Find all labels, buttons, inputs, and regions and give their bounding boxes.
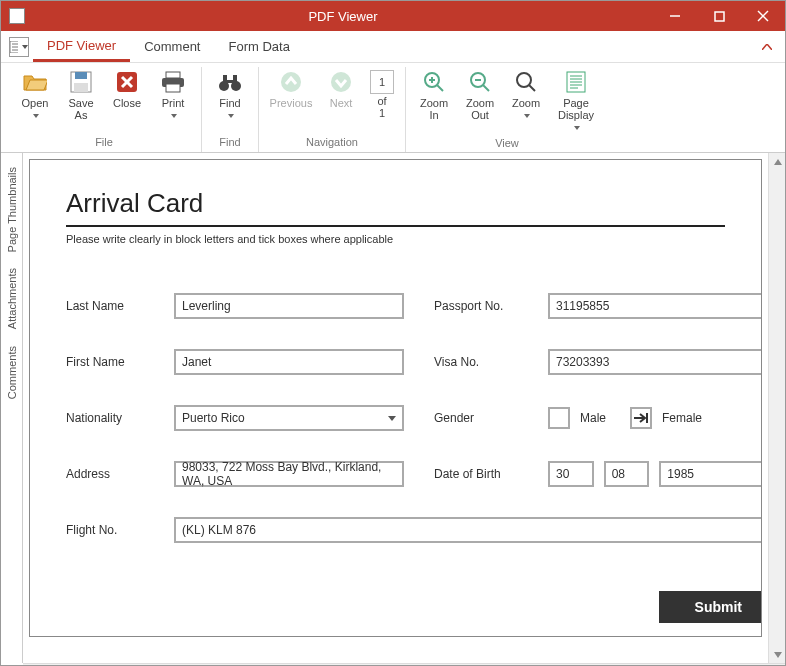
svg-rect-9 [75, 72, 87, 79]
input-passport[interactable]: 31195855 [548, 293, 762, 319]
label-firstname: First Name [66, 355, 144, 369]
save-as-button[interactable]: Save As [59, 67, 103, 134]
zoom-in-icon [421, 69, 447, 95]
scroll-down-button[interactable] [769, 646, 786, 663]
tab-form-data[interactable]: Form Data [214, 33, 303, 60]
label-gender: Gender [434, 411, 518, 425]
label-visa: Visa No. [434, 355, 518, 369]
document-viewport: Arrival Card Please write clearly in blo… [23, 153, 768, 663]
find-button[interactable]: Find [208, 67, 252, 134]
page-indicator[interactable]: 1 of 1 [365, 67, 399, 134]
ribbon-group-find: Find Find [202, 67, 259, 152]
svg-rect-21 [227, 80, 233, 83]
form-grid: Last Name Leverling Passport No. 3119585… [66, 293, 725, 623]
svg-rect-19 [223, 75, 227, 82]
menubar: PDF Viewer Comment Form Data [1, 31, 785, 63]
ribbon-group-view: Zoom In Zoom Out Zoom Page Display View [406, 67, 608, 152]
tab-pdf-viewer[interactable]: PDF Viewer [33, 32, 130, 62]
label-nationality: Nationality [66, 411, 144, 425]
ribbon-group-navigation: Previous Next 1 of 1 Navigation [259, 67, 406, 152]
page-of-label: of 1 [377, 95, 386, 119]
ribbon-group-label-nav: Navigation [265, 134, 399, 152]
submit-row: Submit [66, 591, 762, 623]
pointer-icon [633, 412, 649, 424]
vertical-scrollbar[interactable] [768, 153, 785, 663]
label-female: Female [662, 411, 702, 425]
side-tab-attachments[interactable]: Attachments [6, 268, 18, 329]
input-dob-year[interactable]: 1985 [659, 461, 762, 487]
input-visa[interactable]: 73203393 [548, 349, 762, 375]
window-title: PDF Viewer [33, 9, 653, 24]
zoom-out-icon [467, 69, 493, 95]
page-number-input[interactable]: 1 [370, 70, 394, 94]
file-menu-button[interactable] [9, 37, 29, 57]
side-tab-thumbnails[interactable]: Page Thumbnails [6, 167, 18, 252]
ribbon: Open Save As Close Print File Find Fi [1, 63, 785, 153]
dob-row: 30 08 1985 [548, 461, 762, 487]
print-label: Print [162, 97, 185, 109]
close-label: Close [113, 97, 141, 109]
label-lastname: Last Name [66, 299, 144, 313]
save-icon [68, 69, 94, 95]
svg-line-32 [529, 85, 535, 91]
svg-point-22 [281, 72, 301, 92]
input-dob-day[interactable]: 30 [548, 461, 594, 487]
input-dob-month[interactable]: 08 [604, 461, 650, 487]
svg-rect-10 [74, 83, 88, 92]
label-dob: Date of Birth [434, 467, 518, 481]
scroll-up-button[interactable] [769, 153, 786, 170]
zoom-label: Zoom [512, 97, 540, 109]
input-firstname[interactable]: Janet [174, 349, 404, 375]
zoom-out-button[interactable]: Zoom Out [458, 67, 502, 135]
page-title: Arrival Card [66, 188, 725, 219]
scroll-track-v[interactable] [769, 170, 785, 646]
input-lastname[interactable]: Leverling [174, 293, 404, 319]
zoom-in-button[interactable]: Zoom In [412, 67, 456, 135]
label-male: Male [580, 411, 606, 425]
svg-rect-1 [715, 12, 724, 21]
label-passport: Passport No. [434, 299, 518, 313]
zoom-in-label: Zoom In [420, 97, 448, 121]
page-display-button[interactable]: Page Display [550, 67, 602, 135]
checkbox-female[interactable] [630, 407, 652, 429]
open-button[interactable]: Open [13, 67, 57, 134]
checkbox-male[interactable] [548, 407, 570, 429]
zoom-button[interactable]: Zoom [504, 67, 548, 135]
binoculars-icon [217, 69, 243, 95]
ribbon-group-label-find: Find [208, 134, 252, 152]
gender-row: Male Female [548, 407, 762, 429]
titlebar: PDF Viewer [1, 1, 785, 31]
close-icon [114, 69, 140, 95]
tab-comment[interactable]: Comment [130, 33, 214, 60]
print-button[interactable]: Print [151, 67, 195, 134]
svg-rect-20 [233, 75, 237, 82]
svg-point-23 [331, 72, 351, 92]
side-panel-tabs: Page Thumbnails Attachments Comments [1, 153, 23, 663]
svg-rect-16 [166, 84, 180, 92]
svg-line-25 [437, 85, 443, 91]
minimize-button[interactable] [653, 1, 697, 31]
collapse-ribbon-button[interactable] [757, 37, 777, 57]
svg-point-31 [517, 73, 531, 87]
close-button[interactable]: Close [105, 67, 149, 134]
maximize-button[interactable] [697, 1, 741, 31]
open-label: Open [22, 97, 49, 109]
side-tab-comments[interactable]: Comments [6, 346, 18, 399]
content-area: Page Thumbnails Attachments Comments Arr… [1, 153, 785, 663]
arrow-up-icon [278, 69, 304, 95]
page-display-label: Page Display [558, 97, 594, 121]
next-label: Next [330, 97, 353, 109]
folder-open-icon [22, 69, 48, 95]
svg-line-29 [483, 85, 489, 91]
combo-nationality[interactable]: Puerto Rico [174, 405, 404, 431]
previous-button[interactable]: Previous [265, 67, 317, 134]
label-address: Address [66, 467, 144, 481]
next-button[interactable]: Next [319, 67, 363, 134]
zoom-out-label: Zoom Out [466, 97, 494, 121]
page-subtitle: Please write clearly in block letters an… [66, 233, 725, 245]
input-address[interactable]: 98033, 722 Moss Bay Blvd., Kirkland, WA,… [174, 461, 404, 487]
input-flight[interactable]: (KL) KLM 876 [174, 517, 762, 543]
close-window-button[interactable] [741, 1, 785, 31]
ribbon-group-label-file: File [13, 134, 195, 152]
submit-button[interactable]: Submit [659, 591, 762, 623]
